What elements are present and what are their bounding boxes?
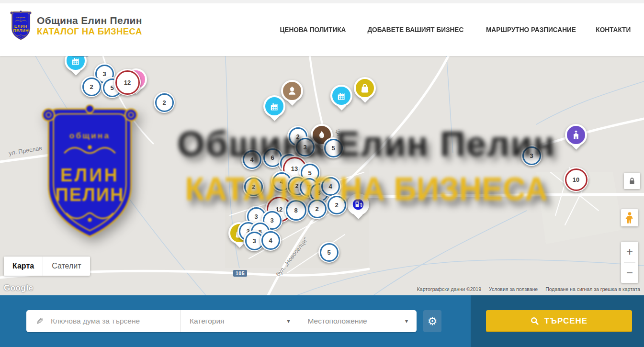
zoom-out-button[interactable]: −: [621, 263, 638, 283]
cluster-count: 3: [102, 70, 106, 78]
location-select[interactable]: Местоположение ▾: [299, 310, 417, 332]
brand[interactable]: Община Елин Пелин КАТАЛОГ НА БИЗНЕСА: [10, 10, 142, 42]
cluster-marker[interactable]: 3: [521, 145, 542, 166]
attribution-link[interactable]: Условия за ползване: [489, 286, 538, 292]
church-icon: [570, 129, 582, 141]
factory-icon: [70, 55, 81, 67]
cluster-marker[interactable]: 2: [154, 92, 175, 113]
fuel-pin[interactable]: [347, 193, 369, 218]
worker-icon: [286, 85, 298, 97]
search-button[interactable]: ТЪРСЕНЕ: [486, 310, 632, 332]
category-select[interactable]: Категория ▾: [181, 310, 299, 332]
street-label: ци: [335, 129, 342, 136]
lock-button[interactable]: [624, 173, 640, 189]
cluster-marker[interactable]: 2: [326, 194, 347, 215]
cluster-marker[interactable]: 10: [564, 167, 588, 192]
cluster-count: 3: [303, 144, 306, 151]
factory-icon: [269, 101, 280, 112]
bag-icon: [359, 82, 371, 94]
cluster-count: 2: [315, 205, 318, 213]
gear-icon: ⚙: [428, 315, 438, 328]
nav-item[interactable]: КОНТАКТИ: [596, 26, 631, 34]
cluster-count: 2: [90, 83, 93, 90]
cluster-marker[interactable]: 4: [241, 149, 262, 170]
pencil-icon: ✎: [36, 316, 44, 327]
advanced-settings-button[interactable]: ⚙: [423, 310, 441, 332]
main-nav: ЦЕНОВА ПОЛИТИКАДОБАВЕТЕ ВАШИЯТ БИЗНЕСМАР…: [278, 3, 632, 56]
nav-item[interactable]: ЦЕНОВА ПОЛИТИКА: [280, 26, 346, 34]
marker-layer: ул. Преславбул. „Новоселци"ци60021053251…: [0, 53, 644, 295]
pegman-icon: [624, 212, 635, 224]
keyword-field[interactable]: ✎: [26, 310, 181, 332]
keyword-input[interactable]: [50, 316, 167, 326]
municipality-logo-icon: [10, 10, 32, 42]
map-canvas[interactable]: ул. Преславбул. „Новоселци"ци60021053251…: [0, 53, 644, 295]
chevron-down-icon: ▾: [287, 318, 290, 325]
map-type-satellite-button[interactable]: Сателит: [43, 257, 90, 276]
factory-pin[interactable]: [263, 95, 285, 120]
attribution-link[interactable]: Подаване на сигнал за грешка в картата: [545, 286, 640, 292]
cluster-count: 5: [331, 145, 335, 152]
cluster-count: 10: [573, 176, 579, 183]
search-bar: ✎ Категория ▾ Местоположение ▾ ⚙ ТЪРСЕНЕ: [0, 295, 644, 347]
cluster-count: 5: [308, 169, 311, 177]
cluster-marker[interactable]: 2: [243, 176, 264, 197]
cluster-marker[interactable]: 5: [323, 137, 344, 158]
google-logo[interactable]: Google: [4, 283, 34, 293]
cluster-count: 3: [252, 237, 256, 245]
header: Община Елин Пелин КАТАЛОГ НА БИЗНЕСА ЦЕН…: [0, 0, 644, 56]
cluster-count: 8: [294, 207, 297, 214]
search-icon: [531, 317, 539, 325]
cluster-marker[interactable]: 4: [320, 176, 341, 197]
zoom-in-button[interactable]: +: [621, 242, 638, 262]
cluster-marker[interactable]: 8: [284, 199, 307, 222]
road-badge: 105: [233, 270, 247, 277]
cluster-count: 4: [269, 237, 272, 244]
cluster-count: 4: [280, 178, 283, 185]
brand-subtitle: КАТАЛОГ НА БИЗНЕСА: [37, 26, 142, 37]
cluster-count: 3: [254, 213, 258, 220]
chevron-down-icon: ▾: [405, 318, 408, 325]
cluster-marker[interactable]: 2: [306, 198, 328, 219]
factory-icon: [336, 90, 347, 101]
map-type-control: Карта Сателит: [4, 257, 90, 276]
search-fields: ✎ Категория ▾ Местоположение ▾: [26, 310, 417, 332]
cluster-count: 2: [251, 183, 255, 190]
brand-title: Община Елин Пелин: [37, 15, 142, 27]
attribution-text: Картографски данни ©2019: [417, 286, 481, 292]
map-type-map-button[interactable]: Карта: [4, 257, 43, 276]
flame-icon: [316, 129, 328, 141]
cluster-marker[interactable]: 5: [318, 242, 339, 263]
location-select-label: Местоположение: [308, 317, 367, 325]
cluster-count: 12: [124, 79, 131, 86]
nav-item[interactable]: ДОБАВЕТЕ ВАШИЯТ БИЗНЕС: [367, 26, 463, 34]
factory-pin[interactable]: [330, 85, 352, 109]
cluster-count: 5: [327, 249, 330, 256]
cluster-count: 6: [271, 154, 274, 161]
cluster-marker[interactable]: 2: [81, 76, 102, 97]
cluster-marker[interactable]: 12: [114, 69, 141, 96]
bag-pin[interactable]: [354, 77, 376, 101]
zoom-control: + −: [621, 242, 638, 283]
pegman-button[interactable]: [621, 209, 638, 226]
nav-item[interactable]: МАРШРУТНО РАЗПИСАНИЕ: [486, 26, 576, 34]
fuel-icon: [352, 199, 364, 210]
search-button-label: ТЪРСЕНЕ: [544, 316, 588, 326]
map-attribution: Картографски данни ©2019Условия за ползв…: [417, 286, 640, 292]
cluster-count: 13: [291, 165, 298, 172]
cluster-count: 2: [335, 201, 338, 209]
street-label: ул. Преслав: [8, 145, 43, 157]
cluster-count: 4: [250, 156, 253, 163]
cluster-count: 3: [530, 152, 533, 159]
cluster-marker[interactable]: 3: [294, 136, 316, 157]
cluster-marker[interactable]: 4: [260, 230, 281, 251]
church-pin[interactable]: [565, 124, 587, 148]
cluster-count: 4: [328, 183, 332, 190]
cluster-count: 2: [162, 99, 166, 106]
cluster-count: 3: [270, 217, 273, 224]
cluster-count: 5: [110, 84, 113, 91]
category-select-label: Категория: [190, 317, 224, 325]
lock-icon: [628, 177, 636, 185]
